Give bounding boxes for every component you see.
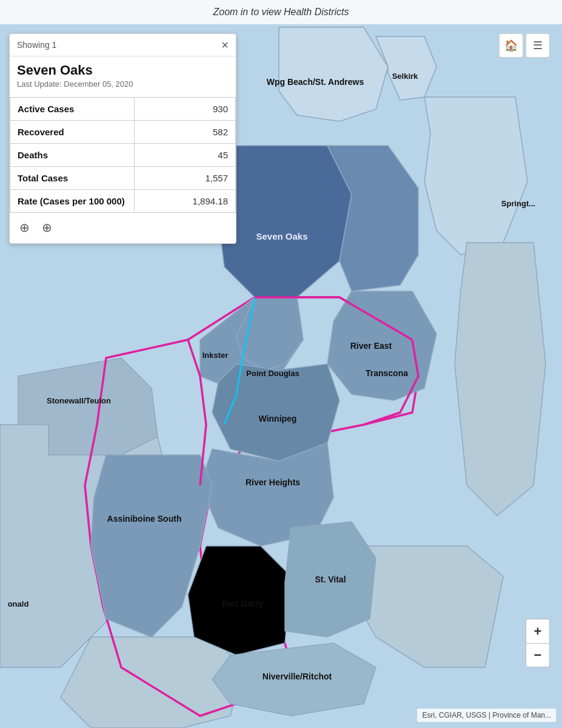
row-label: Rate (Cases per 100 000) bbox=[10, 190, 135, 213]
close-button[interactable]: × bbox=[221, 39, 229, 51]
svg-text:Fort Garry: Fort Garry bbox=[222, 599, 264, 608]
svg-text:Inkster: Inkster bbox=[202, 351, 229, 360]
svg-text:Stonewall/Teulon: Stonewall/Teulon bbox=[47, 396, 111, 405]
svg-text:Assiniboine South: Assiniboine South bbox=[107, 514, 182, 524]
svg-text:Selkirk: Selkirk bbox=[392, 72, 418, 81]
svg-text:Springt...: Springt... bbox=[501, 199, 535, 208]
move-icon[interactable]: ⊕ bbox=[19, 220, 30, 235]
last-update: Last Update: December 05, 2020 bbox=[10, 79, 236, 95]
panel-header: Showing 1 × bbox=[10, 34, 236, 56]
row-label: Recovered bbox=[10, 121, 135, 144]
table-row: Total Cases1,557 bbox=[10, 167, 236, 190]
row-value: 1,894.18 bbox=[134, 190, 235, 213]
row-value: 1,557 bbox=[134, 167, 235, 190]
top-right-buttons: 🏠 ☰ bbox=[499, 33, 550, 58]
showing-label: Showing 1 bbox=[17, 40, 56, 50]
top-bar: Zoom in to view Health Districts bbox=[0, 0, 562, 24]
svg-text:Seven Oaks: Seven Oaks bbox=[256, 231, 307, 241]
svg-text:St. Vital: St. Vital bbox=[315, 575, 346, 584]
svg-text:Point Douglas: Point Douglas bbox=[246, 369, 299, 378]
zoom-search-icon[interactable]: ⊕ bbox=[42, 220, 52, 235]
home-button[interactable]: 🏠 bbox=[499, 33, 523, 58]
svg-marker-1 bbox=[279, 27, 388, 121]
table-row: Recovered582 bbox=[10, 121, 236, 144]
table-row: Deaths45 bbox=[10, 144, 236, 167]
zoom-controls: + − bbox=[526, 619, 550, 667]
zoom-out-button[interactable]: − bbox=[526, 643, 550, 667]
svg-text:Niverville/Ritchot: Niverville/Ritchot bbox=[263, 672, 332, 681]
info-panel: Showing 1 × Seven Oaks Last Update: Dece… bbox=[9, 33, 236, 244]
svg-text:Transcona: Transcona bbox=[366, 368, 408, 378]
row-label: Active Cases bbox=[10, 98, 135, 121]
svg-text:Wpg Beach/St. Andrews: Wpg Beach/St. Andrews bbox=[267, 77, 364, 87]
district-name: Seven Oaks bbox=[10, 56, 236, 79]
row-label: Total Cases bbox=[10, 167, 135, 190]
data-table: Active Cases930Recovered582Deaths45Total… bbox=[10, 97, 236, 213]
attribution: Esri, CGIAR, USGS | Province of Man... bbox=[417, 709, 556, 722]
list-button[interactable]: ☰ bbox=[526, 33, 550, 58]
table-row: Active Cases930 bbox=[10, 98, 236, 121]
row-value: 45 bbox=[134, 144, 235, 167]
zoom-in-button[interactable]: + bbox=[526, 619, 550, 643]
page-title: Zoom in to view Health Districts bbox=[213, 7, 349, 18]
panel-footer: ⊕ ⊕ bbox=[10, 213, 236, 237]
svg-text:Winnipeg: Winnipeg bbox=[259, 414, 297, 423]
attribution-text: Esri, CGIAR, USGS | Province of Man... bbox=[422, 711, 551, 720]
table-row: Rate (Cases per 100 000)1,894.18 bbox=[10, 190, 236, 213]
svg-marker-8 bbox=[455, 243, 546, 516]
row-label: Deaths bbox=[10, 144, 135, 167]
row-value: 930 bbox=[134, 98, 235, 121]
svg-text:onald: onald bbox=[8, 599, 29, 608]
svg-text:River Heights: River Heights bbox=[246, 477, 300, 487]
row-value: 582 bbox=[134, 121, 235, 144]
svg-text:River East: River East bbox=[350, 341, 392, 351]
